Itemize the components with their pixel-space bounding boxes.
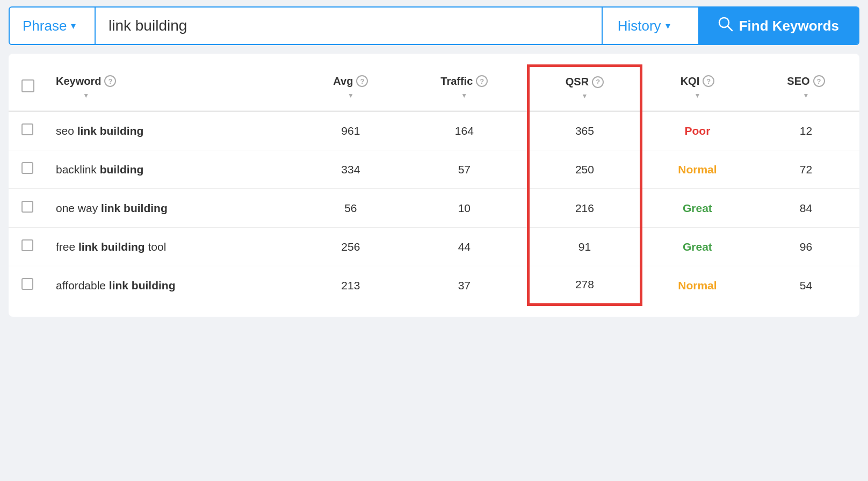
header-traffic-label: Traffic (440, 75, 473, 88)
phrase-chevron-icon: ▾ (71, 20, 76, 32)
row-checkbox[interactable] (21, 239, 33, 251)
qsr-cell: 250 (528, 150, 641, 189)
header-qsr[interactable]: QSR ? ▼ (528, 66, 641, 112)
qsr-cell: 216 (528, 189, 641, 228)
search-icon (718, 16, 734, 36)
kqi-cell: Great (641, 189, 752, 228)
table-header-row: Keyword ? ▼ Avg ? ▼ (9, 66, 859, 112)
keyword-cell: free link building tool (45, 228, 300, 266)
qsr-sort-icon[interactable]: ▼ (581, 92, 588, 100)
kqi-cell: Poor (641, 111, 752, 150)
qsr-cell: 91 (528, 228, 641, 266)
table-row: affordable link building 213 37 278 Norm… (9, 266, 859, 305)
search-bar: Phrase ▾ History ▾ Find Keywords (9, 6, 859, 45)
avg-cell: 256 (300, 228, 402, 266)
traffic-cell: 10 (402, 189, 529, 228)
keyword-help-icon[interactable]: ? (104, 75, 116, 87)
header-qsr-label: QSR (566, 76, 589, 88)
qsr-cell: 365 (528, 111, 641, 150)
traffic-cell: 57 (402, 150, 529, 189)
select-all-checkbox[interactable] (21, 79, 34, 92)
traffic-cell: 164 (402, 111, 529, 150)
header-avg[interactable]: Avg ? ▼ (300, 66, 402, 112)
keyword-cell: seo link building (45, 111, 300, 150)
row-checkbox-cell (9, 266, 45, 305)
keyword-sort-icon[interactable]: ▼ (83, 92, 89, 99)
header-kqi[interactable]: KQI ? ▼ (641, 66, 752, 112)
table-row: free link building tool 256 44 91 Great … (9, 228, 859, 266)
seo-cell: 84 (753, 189, 859, 228)
keyword-cell: one way link building (45, 189, 300, 228)
find-keywords-button[interactable]: Find Keywords (698, 8, 858, 44)
history-label: History (618, 18, 661, 34)
phrase-label: Phrase (23, 18, 67, 34)
table-row: backlink building 334 57 250 Normal 72 (9, 150, 859, 189)
avg-cell: 213 (300, 266, 402, 305)
seo-cell: 96 (753, 228, 859, 266)
row-checkbox-cell (9, 150, 45, 189)
seo-sort-icon[interactable]: ▼ (802, 92, 809, 99)
kqi-cell: Normal (641, 150, 752, 189)
header-traffic[interactable]: Traffic ? ▼ (402, 66, 529, 112)
seo-cell: 72 (753, 150, 859, 189)
history-chevron-icon: ▾ (666, 20, 670, 32)
history-dropdown[interactable]: History ▾ (602, 8, 698, 44)
table-container: Keyword ? ▼ Avg ? ▼ (9, 54, 859, 317)
phrase-dropdown[interactable]: Phrase ▾ (10, 8, 96, 44)
header-seo-label: SEO (787, 75, 809, 88)
avg-cell: 961 (300, 111, 402, 150)
avg-help-icon[interactable]: ? (356, 75, 368, 87)
seo-cell: 12 (753, 111, 859, 150)
header-keyword-label: Keyword (56, 75, 101, 88)
row-checkbox[interactable] (21, 201, 33, 213)
header-avg-label: Avg (333, 75, 353, 88)
keyword-bold: building (100, 163, 144, 176)
traffic-help-icon[interactable]: ? (476, 75, 488, 87)
kqi-cell: Normal (641, 266, 752, 305)
traffic-cell: 37 (402, 266, 529, 305)
row-checkbox[interactable] (21, 162, 33, 174)
svg-line-1 (727, 26, 732, 31)
header-keyword[interactable]: Keyword ? ▼ (45, 66, 300, 112)
qsr-cell: 278 (528, 266, 641, 305)
traffic-sort-icon[interactable]: ▼ (461, 92, 467, 99)
row-checkbox[interactable] (21, 278, 33, 290)
seo-cell: 54 (753, 266, 859, 305)
kqi-sort-icon[interactable]: ▼ (694, 92, 700, 99)
search-input-area (96, 8, 602, 44)
table-row: one way link building 56 10 216 Great 84 (9, 189, 859, 228)
keyword-cell: affordable link building (45, 266, 300, 305)
keywords-table: Keyword ? ▼ Avg ? ▼ (9, 64, 859, 306)
avg-cell: 56 (300, 189, 402, 228)
header-seo[interactable]: SEO ? ▼ (753, 66, 859, 112)
traffic-cell: 44 (402, 228, 529, 266)
keyword-bold: link building (77, 125, 144, 137)
find-keywords-label: Find Keywords (739, 18, 839, 34)
search-input[interactable] (108, 17, 589, 34)
avg-cell: 334 (300, 150, 402, 189)
keyword-bold: link building (101, 202, 168, 214)
row-checkbox-cell (9, 189, 45, 228)
row-checkbox-cell (9, 228, 45, 266)
keyword-cell: backlink building (45, 150, 300, 189)
row-checkbox[interactable] (21, 123, 33, 135)
seo-help-icon[interactable]: ? (813, 75, 825, 87)
avg-sort-icon[interactable]: ▼ (348, 92, 354, 99)
kqi-cell: Great (641, 228, 752, 266)
table-row: seo link building 961 164 365 Poor 12 (9, 111, 859, 150)
kqi-help-icon[interactable]: ? (703, 75, 714, 87)
row-checkbox-cell (9, 111, 45, 150)
qsr-help-icon[interactable]: ? (592, 76, 604, 88)
keyword-bold: link building (109, 279, 176, 291)
keyword-bold: link building (78, 240, 145, 253)
header-checkbox-cell (9, 66, 45, 112)
header-kqi-label: KQI (681, 75, 700, 88)
